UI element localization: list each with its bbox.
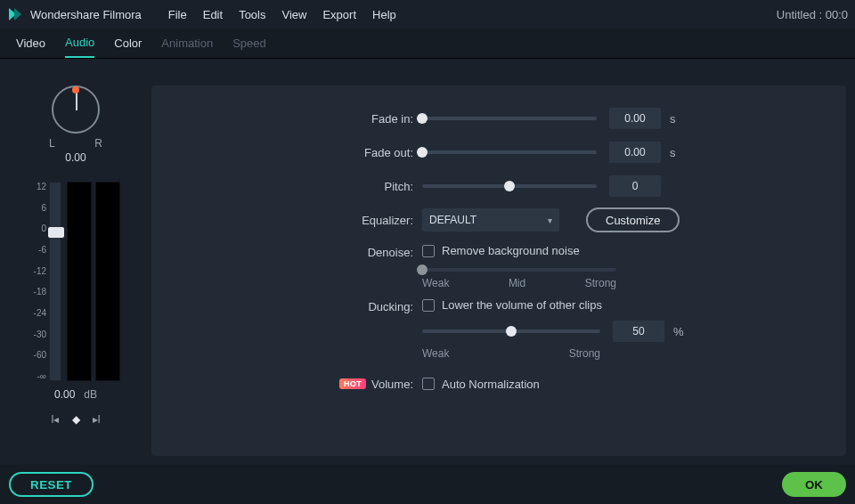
menu-export[interactable]: Export xyxy=(322,8,356,21)
pan-right-label: R xyxy=(94,137,102,150)
gain-slider[interactable] xyxy=(49,182,61,381)
audio-meter-panel: L R 0.00 12 6 0 -6 -12 -18 -24 -30 -60 -… xyxy=(0,59,151,465)
denoise-checkbox[interactable] xyxy=(422,245,435,257)
fade-in-unit: s xyxy=(670,112,676,126)
ducking-unit: % xyxy=(673,325,684,338)
fade-out-slider[interactable] xyxy=(422,150,597,154)
customize-button[interactable]: Customize xyxy=(586,207,680,232)
pan-indicator-dot xyxy=(72,86,79,93)
auto-normalize-label[interactable]: Auto Normalization xyxy=(442,378,540,391)
fade-in-input[interactable] xyxy=(609,108,661,129)
ducking-input[interactable] xyxy=(613,321,664,342)
reset-button[interactable]: RESET xyxy=(9,472,94,497)
mark-mid: Mid xyxy=(509,277,525,289)
menu-edit[interactable]: Edit xyxy=(203,8,223,21)
volume-label: Volume: xyxy=(371,378,413,391)
tab-animation: Animation xyxy=(161,29,213,57)
next-keyframe-icon[interactable]: ▸I xyxy=(93,413,101,426)
pitch-slider[interactable] xyxy=(422,184,597,188)
denoise-checkbox-label[interactable]: Remove background noise xyxy=(442,244,580,257)
denoise-marks: Weak Mid Strong xyxy=(422,277,616,289)
pan-value: 0.00 xyxy=(65,151,86,164)
fade-in-slider[interactable] xyxy=(422,117,597,120)
db-tick: -∞ xyxy=(37,371,46,381)
db-tick: 12 xyxy=(37,182,46,191)
db-scale: 12 6 0 -6 -12 -18 -24 -30 -60 -∞ xyxy=(28,182,49,381)
denoise-label: Denoise: xyxy=(173,244,422,259)
db-tick: 0 xyxy=(41,224,46,233)
pitch-input[interactable] xyxy=(609,175,661,197)
gain-value: 0.00 xyxy=(54,388,75,401)
gain-slider-thumb[interactable] xyxy=(48,227,64,238)
hot-badge: HOT xyxy=(339,378,366,389)
ducking-slider[interactable] xyxy=(422,329,600,333)
equalizer-select[interactable]: DEFAULT ▾ xyxy=(422,208,559,232)
level-meter-left xyxy=(67,182,92,381)
menu-tools[interactable]: Tools xyxy=(239,8,265,21)
ducking-marks: Weak Strong xyxy=(422,347,600,360)
mark-weak: Weak xyxy=(422,347,449,360)
ducking-checkbox[interactable] xyxy=(422,299,435,312)
prev-keyframe-icon[interactable]: I◂ xyxy=(51,413,59,426)
slider-thumb[interactable] xyxy=(504,181,515,191)
menubar: File Edit Tools View Export Help xyxy=(168,8,396,21)
keyframe-nav: I◂ ◆ ▸I xyxy=(51,413,101,426)
titlebar: Wondershare Filmora File Edit Tools View… xyxy=(0,0,855,28)
db-tick: -60 xyxy=(34,350,46,360)
fade-in-label: Fade in: xyxy=(173,112,422,126)
workspace: L R 0.00 12 6 0 -6 -12 -18 -24 -30 -60 -… xyxy=(0,59,855,465)
pan-needle xyxy=(76,91,77,110)
db-tick: 6 xyxy=(41,203,46,213)
footer-bar: RESET OK xyxy=(0,465,855,504)
menu-help[interactable]: Help xyxy=(372,8,396,21)
auto-normalize-checkbox[interactable] xyxy=(422,378,435,390)
equalizer-label: Equalizer: xyxy=(173,214,422,227)
level-meter-right xyxy=(95,182,120,381)
mark-strong: Strong xyxy=(569,347,600,360)
gain-unit: dB xyxy=(84,388,97,401)
fade-out-unit: s xyxy=(670,146,676,159)
mark-strong: Strong xyxy=(585,277,616,289)
fade-out-input[interactable] xyxy=(609,142,661,163)
slider-thumb[interactable] xyxy=(417,264,428,275)
fade-out-label: Fade out: xyxy=(173,146,422,159)
pan-left-label: L xyxy=(49,137,55,150)
db-tick: -18 xyxy=(34,287,46,297)
menu-view[interactable]: View xyxy=(281,8,306,21)
tab-speed: Speed xyxy=(232,29,266,57)
panel-tabs: Video Audio Color Animation Speed xyxy=(0,28,855,59)
menu-file[interactable]: File xyxy=(168,8,187,21)
equalizer-selected: DEFAULT xyxy=(429,214,476,226)
app-title: Wondershare Filmora xyxy=(30,8,142,21)
keyframe-icon[interactable]: ◆ xyxy=(72,413,80,426)
document-status: Untitled : 00:0 xyxy=(777,8,848,21)
ducking-checkbox-label[interactable]: Lower the volume of other clips xyxy=(442,298,602,312)
pitch-label: Pitch: xyxy=(173,180,422,193)
tab-color[interactable]: Color xyxy=(114,29,142,57)
level-meters: 12 6 0 -6 -12 -18 -24 -30 -60 -∞ xyxy=(28,182,124,381)
ducking-label: Ducking: xyxy=(173,298,422,313)
filmora-logo-icon xyxy=(7,6,23,22)
chevron-down-icon: ▾ xyxy=(548,215,552,225)
db-tick: -12 xyxy=(34,266,46,276)
slider-thumb[interactable] xyxy=(506,326,517,337)
db-tick: -24 xyxy=(34,308,46,318)
mark-weak: Weak xyxy=(422,277,449,289)
slider-thumb[interactable] xyxy=(417,147,428,158)
db-tick: -30 xyxy=(34,329,46,339)
ok-button[interactable]: OK xyxy=(782,472,846,497)
tab-video[interactable]: Video xyxy=(16,29,45,57)
db-tick: -6 xyxy=(38,245,46,255)
denoise-slider[interactable] xyxy=(422,268,616,272)
pan-knob[interactable] xyxy=(52,85,100,134)
volume-label-container: HOT Volume: xyxy=(173,378,422,391)
pan-lr-labels: L R xyxy=(49,137,102,150)
tab-audio[interactable]: Audio xyxy=(65,28,94,58)
slider-thumb[interactable] xyxy=(417,113,428,124)
audio-properties-panel: Fade in: s Fade out: s Pitch: Equalizer:… xyxy=(151,85,846,456)
